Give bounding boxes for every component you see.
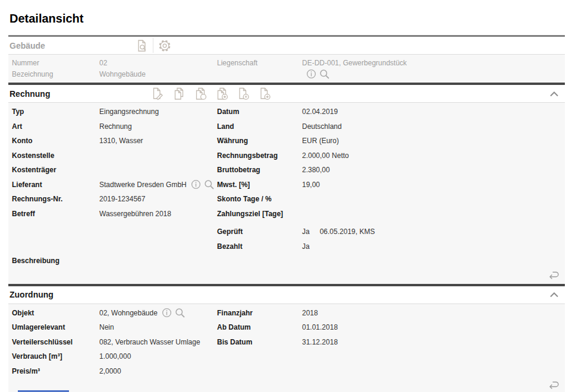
search-icon[interactable] [319, 69, 330, 80]
field-row: TypEingangsrechnungDatum02.04.2019 [8, 105, 565, 119]
documents-copy-circle-icon[interactable] [193, 86, 208, 101]
field-value-text: 02 [99, 59, 107, 67]
field-label-text: Rechnungsbetrag [217, 151, 278, 160]
field-value: 2.380,00 [302, 166, 565, 174]
field-row: Objekt02, WohngebäudeFinanzjahr2018 [8, 306, 565, 321]
field-label: Objekt [12, 309, 99, 317]
field-value: 2018 [302, 309, 565, 317]
field-value-text: EUR (Euro) [302, 137, 339, 145]
field-value-text: Wassergebühren 2018 [99, 210, 171, 218]
document-delete-icon[interactable] [235, 86, 250, 101]
documents-copy-plus-icon[interactable] [214, 86, 229, 101]
field-value-text: 1.000,000 [99, 352, 131, 361]
field-label-text: Verteilerschlüssel [12, 338, 73, 346]
field-label-text: Ab Datum [217, 323, 251, 331]
field-value-text: 2,0000 [99, 367, 121, 375]
search-icon[interactable] [175, 308, 186, 318]
field-label: Bruttobetrag [217, 166, 302, 174]
zuordnung-collapse-chevron-icon[interactable] [549, 291, 560, 298]
geprueft-date: 06.05.2019, KMS [320, 227, 375, 236]
field-label: Art [12, 122, 99, 131]
field-label-text: Beschreibung [12, 257, 59, 265]
rechnung-fields: TypEingangsrechnungDatum02.04.2019ArtRec… [8, 103, 565, 268]
field-row: UmlagerelevantNeinAb Datum01.01.2018 [8, 320, 565, 335]
zuordnung-return-arrow-icon[interactable] [547, 380, 561, 390]
field-value-text: 082, Verbrauch Wasser Umlage [99, 338, 200, 346]
field-label: Bezeichnung [12, 70, 99, 78]
settings-gear-icon[interactable] [157, 38, 172, 53]
field-label-text: Objekt [12, 309, 34, 317]
rechnung-section-header: Rechnung [8, 85, 565, 102]
field-value [302, 69, 565, 80]
field-value: 1.000,000 [99, 352, 217, 361]
rechnung-footer [8, 268, 565, 284]
field-label-text: Betreff [12, 210, 35, 218]
field-row: Konto1310, WasserWährungEUR (Euro) [8, 134, 565, 148]
field-value-text: 31.12.2018 [302, 338, 338, 346]
field-label-text: Geprüft [217, 227, 243, 236]
document-edit-icon[interactable] [150, 86, 165, 101]
field-row: Verbrauch [m³]1.000,000 [8, 349, 565, 364]
field-value: 2019-1234567 [99, 195, 217, 203]
field-value-text: Rechnung [99, 122, 132, 131]
record-actions [306, 69, 330, 80]
info-icon[interactable] [306, 69, 316, 79]
field-label-text: Umlagerelevant [12, 323, 65, 331]
rechnung-toolbar [150, 86, 272, 101]
field-row: GeprüftJa06.05.2019, KMS [8, 225, 565, 239]
field-value: 02 [99, 59, 217, 67]
field-value-text: DE-DD-001, Gewerbegrundstück [302, 59, 407, 67]
field-label: Finanzjahr [217, 309, 302, 317]
field-label: Ab Datum [217, 323, 302, 331]
document-add-icon[interactable] [257, 86, 272, 101]
field-value-text: 2.380,00 [302, 166, 330, 174]
field-value: Ja06.05.2019, KMS [302, 227, 565, 236]
field-row: Beschreibung [8, 254, 565, 268]
zuordnung-section-title: Zuordnung [10, 290, 54, 299]
field-value-text: Stadtwerke Dresden GmbH [99, 181, 187, 189]
field-label-text: Konto [12, 137, 33, 145]
field-label: Umlagerelevant [12, 323, 99, 331]
gebaeude-fields: Nummer02LiegenschaftDE-DD-001, Gewerbegr… [8, 55, 565, 83]
field-label: Datum [217, 108, 302, 116]
document-preview-icon[interactable] [134, 38, 149, 53]
field-row: LieferantStadtwerke Dresden GmbHMwst. [%… [8, 178, 565, 192]
field-label: Typ [12, 108, 99, 116]
field-row: Verteilerschlüssel082, Verbrauch Wasser … [8, 335, 565, 350]
field-label: Verbrauch [m³] [12, 352, 99, 361]
zuordnung-fields: Objekt02, WohngebäudeFinanzjahr2018Umlag… [8, 304, 565, 379]
field-value: Eingangsrechnung [99, 108, 217, 116]
field-value-text: 01.01.2018 [302, 323, 338, 331]
info-icon[interactable] [191, 179, 201, 189]
field-value-text: Wohngebäude [99, 70, 146, 78]
field-label-text: Finanzjahr [217, 309, 253, 317]
field-label: Betreff [12, 210, 99, 218]
search-icon[interactable] [204, 179, 215, 190]
field-row: Nummer02LiegenschaftDE-DD-001, Gewerbegr… [8, 57, 565, 68]
page-title: Detailansicht [8, 0, 565, 35]
field-value-text: Ja [302, 227, 310, 236]
field-value-text: 19,00 [302, 181, 320, 189]
zuordnung-footer [8, 378, 565, 392]
field-label-text: Mwst. [%] [217, 181, 250, 189]
field-value-text: Eingangsrechnung [99, 108, 159, 116]
field-row: BezahltJa [8, 239, 565, 254]
documents-copy-icon[interactable] [171, 86, 186, 101]
field-label-text: Zahlungsziel [Tage] [217, 210, 283, 218]
field-label: Rechnungs-Nr. [12, 195, 99, 203]
field-value-text: 2019-1234567 [99, 195, 145, 203]
info-icon[interactable] [162, 308, 172, 318]
field-value: Deutschland [302, 122, 565, 131]
field-value-text: 02.04.2019 [302, 108, 338, 116]
rechnung-return-arrow-icon[interactable] [547, 270, 561, 280]
rechnung-collapse-chevron-icon[interactable] [549, 90, 560, 97]
field-value: Wohngebäude [99, 70, 217, 78]
field-label-text: Währung [217, 137, 248, 145]
field-label: Konto [12, 137, 99, 145]
field-label-text: Bezeichnung [12, 70, 53, 78]
field-label-text: Datum [217, 108, 239, 116]
field-label: Rechnungsbetrag [217, 151, 302, 160]
field-label-text: Skonto Tage / % [217, 195, 272, 203]
field-value: Ja [302, 242, 565, 251]
field-value-text: 2018 [302, 309, 318, 317]
